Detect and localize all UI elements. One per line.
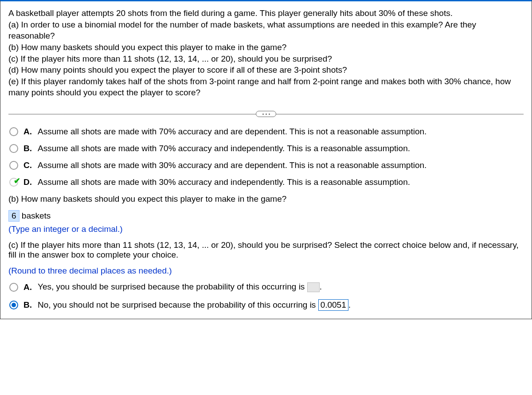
part-c-b-value[interactable]: 0.0051 [318, 299, 348, 311]
expand-pill[interactable] [256, 111, 276, 117]
radio-c[interactable] [9, 161, 18, 170]
part-a-choices: A. Assume all shots are made with 70% ac… [8, 127, 524, 187]
part-b-prompt: (b) How many baskets should you expect t… [8, 194, 524, 204]
radio-d[interactable]: ✔ [9, 178, 18, 187]
part-c-prompt: (c) If the player hits more than 11 shot… [8, 240, 524, 260]
stem-d: (d) How many points should you expect th… [8, 64, 524, 76]
check-icon: ✔ [14, 176, 20, 182]
choice-a[interactable]: A. Assume all shots are made with 70% ac… [9, 127, 524, 137]
part-c-choice-b[interactable]: B. No, you should not be surprised becau… [9, 299, 524, 311]
choice-d[interactable]: ✔ D. Assume all shots are made with 30% … [9, 177, 524, 187]
choice-c[interactable]: C. Assume all shots are made with 30% ac… [9, 160, 524, 170]
part-c-radio-b[interactable] [9, 301, 18, 309]
question-container: A basketball player attempts 20 shots fr… [0, 0, 532, 319]
stem-a: (a) In order to use a binomial model for… [8, 19, 524, 42]
question-stem: A basketball player attempts 20 shots fr… [8, 8, 524, 98]
stem-e: (e) If this player randomly takes half o… [8, 76, 524, 98]
stem-c: (c) If the player hits more than 11 shot… [8, 53, 524, 65]
radio-a[interactable] [9, 127, 18, 136]
stem-b: (b) How many baskets should you expect t… [8, 42, 524, 53]
part-b-answer-line: 6 baskets [8, 210, 524, 222]
part-c-a-blank[interactable] [307, 282, 320, 292]
choice-b[interactable]: B. Assume all shots are made with 70% ac… [9, 144, 524, 153]
part-b-hint: (Type an integer or a decimal.) [8, 224, 524, 234]
part-c-radio-a[interactable] [9, 283, 18, 292]
stem-intro: A basketball player attempts 20 shots fr… [8, 8, 524, 19]
section-divider [8, 111, 524, 117]
part-c-choices: A. Yes, you should be surprised because … [8, 282, 524, 311]
radio-b[interactable] [9, 144, 18, 153]
part-c-choice-a[interactable]: A. Yes, you should be surprised because … [9, 282, 524, 292]
part-b-answer[interactable]: 6 [8, 210, 20, 222]
part-c-hint: (Round to three decimal places as needed… [8, 266, 524, 276]
